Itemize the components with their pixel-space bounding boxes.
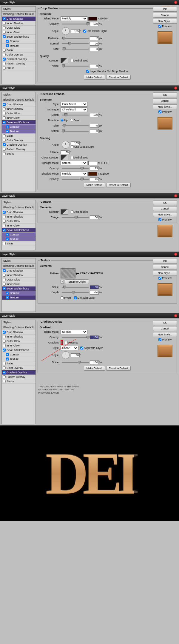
sidebar-contour[interactable]: Contour	[2, 232, 36, 237]
blending-options[interactable]: Blending Options: Default	[2, 12, 36, 17]
shadow-opacity-slider[interactable]	[62, 179, 89, 180]
opacity-field[interactable]	[90, 22, 99, 26]
shadow-opacity-field[interactable]	[90, 177, 99, 181]
preview-check[interactable]: Preview	[153, 277, 177, 280]
opacity-slider[interactable]	[62, 24, 89, 24]
shadow-color-swatch[interactable]	[88, 17, 97, 21]
shading-angle-dial[interactable]	[62, 141, 70, 149]
spread-slider[interactable]	[62, 43, 89, 44]
shading-angle-field[interactable]	[71, 141, 80, 145]
reverse-check[interactable]: Reverse	[65, 341, 78, 344]
texture-scale-slider[interactable]	[62, 287, 89, 288]
ok-button[interactable]: OK	[153, 320, 177, 325]
angle-field[interactable]	[71, 29, 80, 33]
new-style-button[interactable]: New Style...	[153, 104, 177, 109]
range-slider[interactable]	[62, 217, 89, 218]
gradient-picker[interactable]	[61, 341, 62, 344]
grad-opacity-slider[interactable]	[62, 337, 89, 338]
new-style-button[interactable]: New Style...	[153, 332, 177, 337]
grad-scale-slider[interactable]	[62, 362, 89, 363]
close-icon[interactable]	[174, 194, 177, 197]
technique-select[interactable]: Chisel Hard	[61, 107, 87, 112]
distance-slider[interactable]	[62, 38, 89, 39]
cancel-button[interactable]: Cancel	[153, 326, 177, 331]
grad-angle-dial[interactable]	[62, 351, 70, 359]
shadow-mode-select[interactable]: Multiply	[61, 172, 87, 176]
bevel-style-select[interactable]: Inner Bevel	[61, 102, 87, 107]
sidebar-stroke[interactable]: Stroke	[2, 66, 36, 70]
highlight-opacity-slider[interactable]	[62, 168, 89, 169]
noise-field[interactable]	[90, 64, 99, 68]
align-layer-check[interactable]: Align with Layer	[80, 346, 103, 349]
bevel-size-slider[interactable]	[62, 125, 89, 126]
cancel-button[interactable]: Cancel	[153, 206, 177, 211]
bevel-size-field[interactable]	[90, 124, 99, 128]
sidebar-bevel[interactable]: Bevel and Emboss	[2, 35, 36, 39]
size-slider[interactable]	[62, 49, 89, 50]
preview-check[interactable]: Preview	[153, 110, 177, 113]
sidebar-texture[interactable]: Texture	[2, 44, 36, 48]
highlight-opacity-field[interactable]	[90, 167, 99, 170]
styles-head[interactable]: Styles	[2, 7, 36, 12]
grad-style-select[interactable]: Linear	[61, 346, 78, 350]
texture-scale-field[interactable]	[90, 285, 99, 289]
new-style-button[interactable]: New Style...	[153, 271, 177, 275]
antialias-check[interactable]: Anti-aliased	[71, 156, 88, 159]
antialias-check[interactable]: Anti-aliased	[71, 210, 88, 213]
gloss-contour-picker[interactable]	[61, 155, 68, 160]
texture-depth-slider[interactable]	[62, 292, 89, 293]
knockout-check[interactable]: Layer Knocks Out Drop Shadow	[86, 70, 128, 73]
ok-button[interactable]: OK	[153, 200, 177, 205]
sidebar-outer-glow[interactable]: Outer Glow	[2, 26, 36, 30]
global-light-check[interactable]: Use Global Light	[83, 30, 107, 33]
close-icon[interactable]	[174, 253, 177, 256]
size-field[interactable]	[90, 47, 99, 51]
reset-default-button[interactable]: Reset to Default	[106, 183, 131, 187]
close-icon[interactable]	[174, 314, 177, 317]
cancel-button[interactable]: Cancel	[153, 98, 177, 103]
depth-slider[interactable]	[62, 115, 89, 115]
sidebar-texture[interactable]: Texture	[2, 295, 36, 300]
direction-down[interactable]: Down	[70, 119, 81, 122]
sidebar-drop-shadow[interactable]: Drop Shadow	[2, 17, 36, 21]
make-default-button[interactable]: Make Default	[84, 183, 105, 187]
preview-check[interactable]: Preview	[153, 338, 177, 341]
sidebar-inner-glow[interactable]: Inner Glow	[2, 30, 36, 35]
sidebar-bevel[interactable]: Bevel and Emboss	[2, 120, 36, 125]
contour-picker[interactable]	[61, 58, 68, 63]
altitude-field[interactable]	[61, 150, 70, 154]
make-default-button[interactable]: Make Default	[84, 366, 105, 371]
ok-button[interactable]: OK	[153, 259, 177, 264]
preview-check[interactable]: Preview	[153, 25, 177, 28]
highlight-mode-select[interactable]: Screen	[61, 161, 87, 165]
blend-mode-select[interactable]: Multiply	[61, 16, 87, 21]
sidebar-contour[interactable]: Contour	[2, 39, 36, 44]
noise-slider[interactable]	[62, 66, 89, 67]
new-style-button[interactable]: New Style...	[153, 19, 177, 24]
antialias-check[interactable]: Anti-aliased	[71, 59, 88, 62]
contour-picker[interactable]	[61, 209, 68, 215]
depth-field[interactable]	[90, 113, 99, 117]
sidebar-color-overlay[interactable]: Color Overlay	[2, 53, 36, 57]
link-layer-check[interactable]: Link with Layer	[74, 296, 95, 299]
sidebar-inner-shadow[interactable]: Inner Shadow	[2, 21, 36, 26]
grad-angle-field[interactable]	[71, 353, 80, 357]
shadow-color-swatch[interactable]	[88, 172, 97, 176]
highlight-color-swatch[interactable]	[88, 161, 97, 165]
spread-field[interactable]	[90, 42, 99, 46]
reset-default-button[interactable]: Reset to Default	[106, 75, 131, 80]
range-field[interactable]	[90, 215, 99, 219]
texture-depth-field[interactable]	[90, 291, 99, 295]
new-preset-icon[interactable]: ▫	[61, 280, 64, 284]
grad-opacity-field[interactable]	[90, 335, 99, 339]
sidebar-pattern-overlay[interactable]: Pattern Overlay	[2, 61, 36, 66]
close-icon[interactable]	[174, 87, 177, 90]
grad-scale-field[interactable]	[90, 360, 99, 364]
grad-blend-mode-select[interactable]: Normal	[61, 330, 87, 334]
global-light-check[interactable]: Use Global Light	[71, 145, 94, 148]
sidebar-gradient-overlay[interactable]: Gradient Overlay	[2, 370, 36, 375]
make-default-button[interactable]: Make Default	[84, 75, 105, 80]
invert-check[interactable]: Invert	[61, 296, 71, 299]
cancel-button[interactable]: Cancel	[153, 13, 177, 18]
direction-up[interactable]: Up	[61, 119, 68, 122]
